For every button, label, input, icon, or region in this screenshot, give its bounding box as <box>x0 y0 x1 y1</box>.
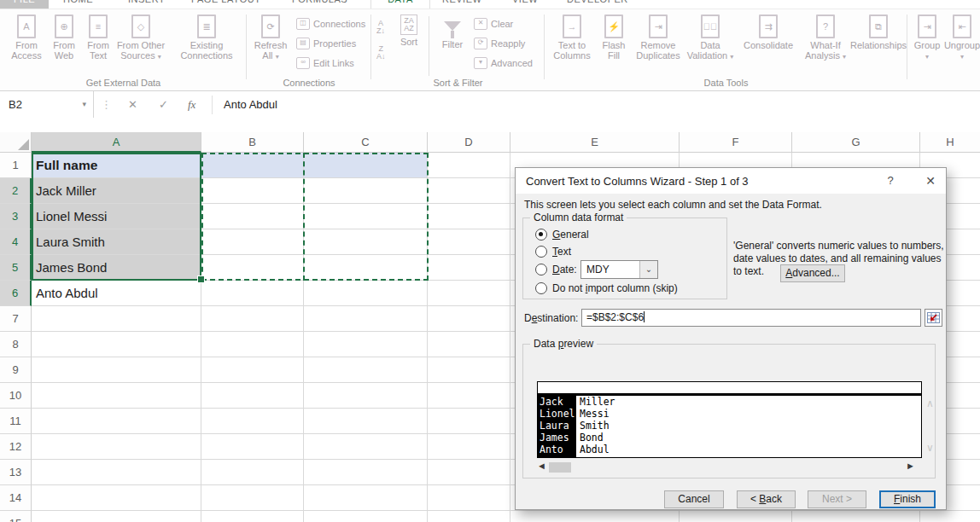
row-header-14[interactable]: 14 <box>0 485 32 511</box>
refresh-all-button[interactable]: ⟳ Refresh All ▾ <box>250 14 291 62</box>
relationships-button[interactable]: ⧉ Relationships <box>852 14 905 50</box>
tab-developer[interactable]: DEVELOPER <box>562 0 633 9</box>
advanced-filter-button[interactable]: ▾ Advanced <box>474 57 533 69</box>
column-header-A[interactable]: A <box>32 132 201 153</box>
cell-B15[interactable] <box>201 511 304 522</box>
cell-D8[interactable] <box>428 332 510 357</box>
column-header-F[interactable]: F <box>680 132 792 153</box>
from-other-sources-button[interactable]: ◇ From Other Sources ▾ <box>114 14 167 62</box>
row-header-12[interactable]: 12 <box>0 434 32 460</box>
tab-review[interactable]: REVIEW <box>437 0 487 9</box>
cell-A6[interactable]: Anto Abdul <box>32 281 201 306</box>
filter-button[interactable]: Filter <box>435 14 470 49</box>
advanced-button[interactable]: Advanced... <box>780 264 845 282</box>
cell-D4[interactable] <box>428 229 510 255</box>
data-validation-button[interactable]: ✓⃠ Data Validation ▾ <box>686 14 734 62</box>
cell-B11[interactable] <box>201 409 304 434</box>
chevron-down-icon[interactable]: ⌄ <box>639 261 657 278</box>
cell-C2[interactable] <box>304 178 428 204</box>
cell-F15[interactable] <box>680 511 792 522</box>
cell-B3[interactable] <box>201 204 304 229</box>
cell-B13[interactable] <box>201 460 304 485</box>
row-header-1[interactable]: 1 <box>0 153 32 178</box>
radio-text[interactable]: Text <box>535 246 571 258</box>
remove-duplicates-button[interactable]: ⇥ Remove Duplicates <box>632 14 685 61</box>
tab-formulas[interactable]: FORMULAS <box>287 0 353 9</box>
tab-page-layout[interactable]: PAGE LAYOUT <box>186 0 266 9</box>
cell-A9[interactable] <box>32 357 201 383</box>
back-button[interactable]: < Back <box>737 490 796 508</box>
cell-B4[interactable] <box>201 229 304 255</box>
cell-D11[interactable] <box>428 409 510 434</box>
cell-B10[interactable] <box>201 383 304 409</box>
cell-D13[interactable] <box>428 460 510 485</box>
scroll-up-icon[interactable]: ∧ <box>926 397 934 409</box>
cell-C14[interactable] <box>304 485 428 511</box>
row-header-2[interactable]: 2 <box>0 178 32 204</box>
cell-D1[interactable] <box>428 153 510 178</box>
cell-A14[interactable] <box>32 485 201 511</box>
fill-handle[interactable] <box>197 276 205 283</box>
cell-C15[interactable] <box>304 511 428 522</box>
finish-button[interactable]: Finish <box>879 490 936 508</box>
help-icon[interactable]: ? <box>883 174 898 188</box>
radio-date[interactable]: Date: <box>535 264 577 276</box>
cell-C5[interactable] <box>304 255 428 281</box>
cell-D9[interactable] <box>428 357 510 383</box>
cell-A4[interactable]: Laura Smith <box>32 229 201 255</box>
cell-B6[interactable] <box>201 281 304 306</box>
cell-A5[interactable]: James Bond <box>32 255 201 281</box>
cell-D15[interactable] <box>428 511 510 522</box>
group-button[interactable]: ⇥ Group▾ <box>913 14 942 62</box>
tab-view[interactable]: VIEW <box>507 0 543 9</box>
cell-C12[interactable] <box>304 434 428 460</box>
formula-bar-value[interactable]: Anto Abdul <box>224 91 277 118</box>
cell-A3[interactable]: Lionel Messi <box>32 204 201 229</box>
clear-filter-button[interactable]: ✕ Clear <box>474 18 513 30</box>
cell-C3[interactable] <box>304 204 428 229</box>
date-format-dropdown[interactable]: MDY ⌄ <box>580 260 658 279</box>
column-header-B[interactable]: B <box>201 132 304 153</box>
tab-home[interactable]: HOME <box>58 0 98 9</box>
sort-button[interactable]: ZA AZ Sort <box>394 14 424 47</box>
preview-table[interactable]: JackMiller LionelMessi LauraSmith JamesB… <box>537 396 922 458</box>
preview-header-row[interactable]: GeneralGeneral <box>537 381 922 394</box>
close-icon[interactable]: ✕ <box>923 174 938 188</box>
cell-B7[interactable] <box>201 306 304 332</box>
edit-links-button[interactable]: ∞ Edit Links <box>296 57 354 69</box>
cell-D14[interactable] <box>428 485 510 511</box>
cell-B14[interactable] <box>201 485 304 511</box>
sort-az-button[interactable]: A Z↓ <box>376 20 385 35</box>
tab-data[interactable]: DATA <box>370 0 430 9</box>
cell-D6[interactable] <box>428 281 510 306</box>
row-header-11[interactable]: 11 <box>0 409 32 434</box>
column-header-D[interactable]: D <box>428 132 510 153</box>
cell-A10[interactable] <box>32 383 201 409</box>
cell-D7[interactable] <box>428 306 510 332</box>
column-header-C[interactable]: C <box>304 132 428 153</box>
next-button[interactable]: Next > <box>808 490 866 508</box>
name-box[interactable]: B2 ▾ <box>0 91 94 118</box>
row-header-5[interactable]: 5 <box>0 255 32 281</box>
cell-A8[interactable] <box>32 332 201 357</box>
cell-A7[interactable] <box>32 306 201 332</box>
row-header-15[interactable]: 15 <box>0 511 32 522</box>
dialog-title-bar[interactable]: Convert Text to Columns Wizard - Step 1 … <box>516 168 946 194</box>
text-to-columns-button[interactable]: → Text to Columns <box>550 14 594 61</box>
what-if-analysis-button[interactable]: ? What-If Analysis ▾ <box>801 14 850 62</box>
row-header-6[interactable]: 6 <box>0 281 32 306</box>
from-web-button[interactable]: ⊕ From Web <box>48 14 80 61</box>
cell-C11[interactable] <box>304 409 428 434</box>
from-access-button[interactable]: A From Access <box>5 14 48 61</box>
cell-C1[interactable] <box>304 153 428 178</box>
cell-C13[interactable] <box>304 460 428 485</box>
cell-G15[interactable] <box>792 511 920 522</box>
existing-connections-button[interactable]: ≣ Existing Connections <box>174 14 239 61</box>
cell-A1[interactable]: Full name <box>32 153 201 178</box>
properties-button[interactable]: ▤ Properties <box>296 38 356 49</box>
formula-bar-dots-icon[interactable]: ⋮ <box>101 91 112 118</box>
cancel-entry-icon[interactable]: ✕ <box>128 91 137 118</box>
cell-B8[interactable] <box>201 332 304 357</box>
name-box-dropdown-icon[interactable]: ▾ <box>82 91 86 118</box>
cell-C10[interactable] <box>304 383 428 409</box>
